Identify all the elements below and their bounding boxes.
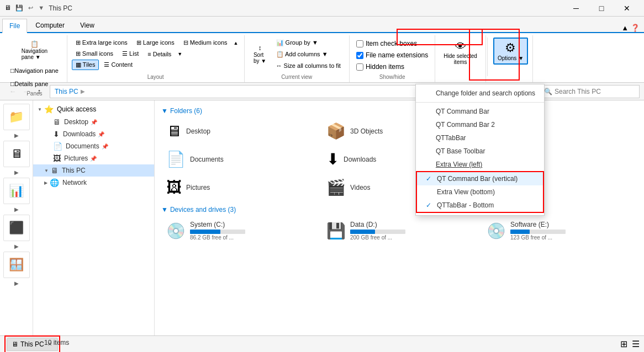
left-icon-chart[interactable]: 📊 <box>3 178 30 204</box>
sidebar-item-documents[interactable]: 📄 Documents 📌 <box>33 140 154 152</box>
drive-c-name: System (C:) <box>190 221 312 228</box>
add-columns-btn[interactable]: 📋 Add columns ▼ <box>272 49 345 60</box>
file-name-extensions-label: File name extensions <box>366 51 428 59</box>
nav-arrows: ← → ↑ <box>4 83 47 100</box>
sidebar-downloads-label: Downloads <box>63 130 96 138</box>
size-all-btn[interactable]: ↔ Size all columns to fit <box>272 61 345 71</box>
item-checkboxes-input[interactable] <box>356 40 363 47</box>
menu-label-qt-cmdbar2: QT Command Bar 2 <box>436 121 495 129</box>
layout-scroll-down[interactable]: ▼ <box>176 49 183 59</box>
left-panel: 📁 ▶ 🖥 ▶ 📊 ▶ ⬛ ▶ 🪟 ▶ <box>0 100 33 335</box>
search-box[interactable]: 🔍 <box>540 85 640 98</box>
tile-documents[interactable]: 📄 Documents <box>161 147 317 171</box>
back-btn[interactable]: ← <box>7 86 19 98</box>
group-by-btn[interactable]: 📊 Group by ▼ <box>272 38 345 48</box>
ribbon-tab-bar: File Computer View ▲ ❓ <box>0 17 644 33</box>
menu-item-change-folder[interactable]: Change folder and search options <box>416 87 544 100</box>
options-btn[interactable]: ⚙ Options ▼ <box>493 38 528 65</box>
navigation-pane-btn[interactable]: 📋 Navigationpane ▼ <box>7 38 62 63</box>
sidebar-item-desktop[interactable]: 🖥 Desktop 📌 <box>33 116 154 128</box>
check-qt-cmdbar-vert: ✓ <box>426 175 435 183</box>
list-btn[interactable]: ☰ List <box>118 49 142 59</box>
left-icon-windows[interactable]: 🪟 <box>3 252 30 278</box>
extra-large-icons-btn[interactable]: ⊞ Extra large icons <box>72 38 131 48</box>
sidebar-item-network[interactable]: ▶ 🌐 Network <box>33 177 154 189</box>
tile-downloads-name: Downloads <box>344 156 376 163</box>
minimize-button[interactable]: ─ <box>563 0 589 17</box>
content-btn[interactable]: ☰ Content <box>100 60 136 70</box>
close-button[interactable]: ✕ <box>614 0 640 17</box>
menu-item-qt-base-toolbar[interactable]: QT Base Toolbar <box>416 145 544 158</box>
drives-collapse-icon[interactable]: ▼ <box>161 206 168 214</box>
file-name-extensions-input[interactable] <box>356 52 363 59</box>
sidebar-item-pictures[interactable]: 🖼 Pictures 📌 <box>33 152 154 164</box>
layout-scroll-up[interactable]: ▲ <box>233 38 240 48</box>
sidebar-section-1[interactable]: ▼ ⭐ Quick access <box>33 103 154 116</box>
drive-c-icon: 💿 <box>166 222 186 240</box>
ribbon-collapse-btn[interactable]: ▲ <box>621 24 629 32</box>
menu-item-qttabbar-bottom[interactable]: ✓ QTTabBar - Bottom <box>417 199 543 212</box>
drive-e-bar-bg <box>510 230 566 234</box>
expand-arrow-2[interactable]: ▶ <box>0 168 33 177</box>
hidden-items-toggle[interactable]: Hidden items <box>354 62 430 72</box>
left-icon-terminal[interactable]: ⬛ <box>3 215 30 241</box>
sort-by-btn[interactable]: ↕ Sortby ▼ <box>249 41 271 67</box>
maximize-button[interactable]: □ <box>589 0 614 17</box>
menu-item-qt-cmdbar-vert[interactable]: ✓ QT Command Bar (vertical) <box>417 172 543 185</box>
medium-icons-btn[interactable]: ⊟ Medium icons <box>180 38 231 48</box>
hide-selected-btn[interactable]: 👁 Hide selecteditems <box>440 38 481 68</box>
view-tiles-btn[interactable]: ⊞ <box>620 339 627 349</box>
hide-selected-icon: 👁 <box>455 40 466 53</box>
sidebar-item-downloads[interactable]: ⬇ Downloads 📌 <box>33 128 154 140</box>
item-checkboxes-toggle[interactable]: Item check boxes <box>354 39 430 49</box>
menu-separator-1 <box>416 102 544 103</box>
left-icon-folders[interactable]: 📁 <box>3 104 30 130</box>
tab-computer[interactable]: Computer <box>28 18 72 32</box>
expand-arrow-5[interactable]: ▶ <box>0 279 33 287</box>
menu-item-extra-view-left[interactable]: Extra View (left) <box>416 158 544 171</box>
left-icon-computer[interactable]: 🖥 <box>3 141 30 167</box>
file-name-extensions-toggle[interactable]: File name extensions <box>354 50 430 60</box>
hide-selected-label: Hide selecteditems <box>444 53 477 65</box>
large-icons-btn[interactable]: ⊞ Large icons <box>133 38 178 48</box>
up-btn[interactable]: ↑ <box>33 86 45 98</box>
expand-arrow-3[interactable]: ▶ <box>0 205 33 214</box>
address-bar: ← → ↑ This PC ▶ 🔍 <box>0 83 644 100</box>
folders-collapse-icon[interactable]: ▼ <box>161 107 168 115</box>
drive-e[interactable]: 💿 Software (E:) 123 GB free of ... <box>482 218 637 243</box>
menu-item-qt-cmdbar[interactable]: QT Command Bar <box>416 105 544 118</box>
search-input[interactable] <box>555 88 636 95</box>
tile-pictures-icon: 🖼 <box>166 178 182 196</box>
drive-d-name: Data (D:) <box>350 221 472 228</box>
window-controls: ─ □ ✕ <box>563 0 640 17</box>
show-hide-label: Show/hide <box>379 73 405 80</box>
small-icons-btn[interactable]: ⊞ Small icons <box>72 49 117 59</box>
details-btn[interactable]: ≡ Details <box>144 49 175 59</box>
drive-d-free: 200 GB free of ... <box>350 234 472 241</box>
view-details-btn[interactable]: ☰ <box>632 339 640 349</box>
tab-file[interactable]: File <box>2 19 27 33</box>
hidden-items-input[interactable] <box>356 63 363 71</box>
quick-access-toolbar: 💾 ↩ ▼ <box>15 4 44 12</box>
expand-arrow-1[interactable]: ▶ <box>0 131 33 140</box>
menu-highlighted-section: ✓ QT Command Bar (vertical) Extra View (… <box>416 171 544 213</box>
menu-item-qt-cmdbar2[interactable]: QT Command Bar 2 <box>416 118 544 131</box>
preview-pane-btn[interactable]: □ Navigation pane <box>7 65 62 76</box>
drive-d-bar-bg <box>350 230 405 234</box>
expand-arrow-4[interactable]: ▶ <box>0 242 33 250</box>
sort-label: Sortby ▼ <box>254 52 266 64</box>
tiles-btn[interactable]: ▦ Tiles <box>72 60 99 70</box>
tab-view[interactable]: View <box>73 18 102 32</box>
sidebar: ▼ ⭐ Quick access 🖥 Desktop 📌 ⬇ Downloads… <box>33 100 155 335</box>
expand-icon-1: ▼ <box>38 107 42 112</box>
menu-item-extra-view-bottom[interactable]: Extra View (bottom) <box>417 185 543 199</box>
ribbon-group-layout: ⊞ Extra large icons ⊞ Large icons ⊟ Medi… <box>67 35 245 82</box>
drive-d[interactable]: 💾 Data (D:) 200 GB free of ... <box>321 218 477 243</box>
tile-pictures[interactable]: 🖼 Pictures <box>161 175 317 199</box>
tile-desktop-1[interactable]: 🖥 Desktop <box>161 119 317 143</box>
help-btn[interactable]: ❓ <box>631 24 640 32</box>
sidebar-item-this-pc[interactable]: ▼ 🖥 This PC <box>33 164 154 177</box>
menu-item-qttabbar[interactable]: QTTabBar <box>416 131 544 145</box>
forward-btn[interactable]: → <box>20 86 32 98</box>
drive-c[interactable]: 💿 System (C:) 86.2 GB free of ... <box>161 218 317 243</box>
